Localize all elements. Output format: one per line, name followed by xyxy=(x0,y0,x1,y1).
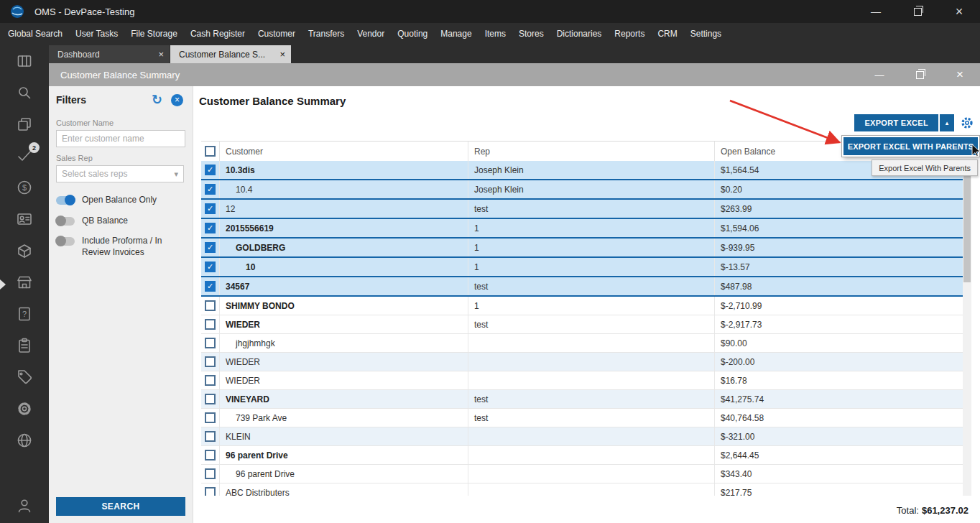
search-icon[interactable] xyxy=(16,84,33,101)
inner-close-button[interactable]: × xyxy=(940,63,980,86)
vertical-scrollbar[interactable] xyxy=(963,161,971,496)
files-icon[interactable] xyxy=(16,116,33,133)
row-checkbox[interactable] xyxy=(205,394,216,404)
globe-icon[interactable] xyxy=(16,432,33,449)
row-checkbox-cell xyxy=(201,315,220,333)
tasks-icon[interactable]: 2 xyxy=(16,147,33,165)
menu-item-vendor[interactable]: Vendor xyxy=(351,23,391,45)
menu-item-cash-register[interactable]: Cash Register xyxy=(184,23,251,45)
scrollbar-thumb[interactable] xyxy=(963,162,971,282)
table-row[interactable]: ✓10.3disJoseph Klein$1,564.54 xyxy=(201,161,963,180)
table-row[interactable]: KLEIN$-321.00 xyxy=(201,427,963,446)
table-row[interactable]: jhgjhmhgk$90.00 xyxy=(201,334,963,353)
table-row[interactable]: 96 parent Drive$2,644.45 xyxy=(201,446,963,465)
contacts-icon[interactable] xyxy=(16,210,33,228)
row-checkbox[interactable]: ✓ xyxy=(205,223,216,233)
window-minimize-button[interactable]: — xyxy=(855,0,897,23)
grid-settings-gear-icon[interactable] xyxy=(960,116,974,130)
table-row[interactable]: WIEDERtest$-2,917.73 xyxy=(201,315,963,334)
table-row[interactable]: ✓34567test$487.98 xyxy=(201,277,963,297)
row-checkbox[interactable] xyxy=(205,431,216,442)
row-checkbox[interactable]: ✓ xyxy=(205,242,216,253)
open-balance-cell: $16.78 xyxy=(715,371,963,389)
row-checkbox[interactable] xyxy=(205,412,216,423)
select-all-checkbox[interactable] xyxy=(205,146,216,157)
table-row[interactable]: ✓GOLDBERG1$-939.95 xyxy=(201,239,963,258)
clipboard-icon[interactable] xyxy=(16,337,33,354)
table-row[interactable]: WIEDER$-200.00 xyxy=(201,353,963,371)
export-excel-with-parents-menu-item[interactable]: EXPORT EXCEL WITH PARENTS xyxy=(842,136,979,157)
menu-item-reports[interactable]: Reports xyxy=(608,23,651,45)
toggle-switch[interactable] xyxy=(56,237,75,246)
toggle-switch[interactable] xyxy=(56,217,75,226)
menu-item-settings[interactable]: Settings xyxy=(684,23,728,45)
table-row[interactable]: SHIMMY BONDO1$-2,710.99 xyxy=(201,297,963,315)
tab-close-icon[interactable]: × xyxy=(279,49,285,60)
menu-item-file-storage[interactable]: File Storage xyxy=(124,23,184,45)
table-row[interactable]: 96 parent Drive$343.40 xyxy=(201,465,963,483)
row-checkbox[interactable]: ✓ xyxy=(205,184,216,195)
tab-close-icon[interactable]: × xyxy=(158,49,164,60)
payments-icon[interactable]: $ xyxy=(16,179,33,196)
sales-rep-select[interactable]: Select sales reps ▾ xyxy=(56,165,184,182)
menu-item-items[interactable]: Items xyxy=(479,23,512,45)
table-row[interactable]: ✓101$-13.57 xyxy=(201,258,963,277)
row-checkbox[interactable]: ✓ xyxy=(205,165,216,175)
help-clipboard-icon[interactable]: ? xyxy=(16,305,33,323)
row-checkbox[interactable]: ✓ xyxy=(205,203,216,214)
window-close-button[interactable]: × xyxy=(938,0,980,23)
menu-item-customer[interactable]: Customer xyxy=(251,23,302,45)
filter-toggle-open-balance-only[interactable]: Open Balance Only xyxy=(56,195,185,206)
menu-item-manage[interactable]: Manage xyxy=(434,23,478,45)
column-header-customer[interactable]: Customer xyxy=(220,142,468,161)
menu-item-global-search[interactable]: Global Search xyxy=(1,23,69,45)
refresh-filters-icon[interactable]: ↻ xyxy=(152,93,162,106)
table-row[interactable]: ✓10.4Joseph Klein$0.20 xyxy=(201,180,963,200)
sidebar-expand-handle[interactable] xyxy=(0,279,6,290)
tag-icon[interactable] xyxy=(16,369,33,386)
export-excel-button[interactable]: EXPORT EXCEL xyxy=(854,114,938,131)
filter-toggle-qb-balance[interactable]: QB Balance xyxy=(56,216,185,227)
table-row[interactable]: ✓12test$263.99 xyxy=(201,200,963,219)
row-checkbox[interactable] xyxy=(205,300,216,311)
menu-item-user-tasks[interactable]: User Tasks xyxy=(69,23,124,45)
tab-customer-balance-s[interactable]: Customer Balance S...× xyxy=(170,45,291,63)
table-row[interactable]: WIEDER$16.78 xyxy=(201,371,963,390)
settings-gear-icon[interactable] xyxy=(16,400,33,417)
row-checkbox[interactable] xyxy=(205,375,216,386)
total-value: $61,237.02 xyxy=(922,505,969,516)
store-icon[interactable] xyxy=(16,274,33,291)
row-checkbox[interactable]: ✓ xyxy=(205,262,216,272)
items-box-icon[interactable] xyxy=(16,242,33,259)
export-dropdown-toggle[interactable]: ▴ xyxy=(940,114,954,131)
inner-restore-button[interactable] xyxy=(900,63,940,86)
clear-filters-icon[interactable]: × xyxy=(171,94,183,106)
table-row[interactable]: ✓20155566191$1,594.06 xyxy=(201,219,963,239)
row-checkbox[interactable]: ✓ xyxy=(205,281,216,292)
row-checkbox[interactable] xyxy=(205,319,216,330)
menu-item-quoting[interactable]: Quoting xyxy=(391,23,434,45)
window-restore-button[interactable] xyxy=(897,0,938,23)
row-checkbox[interactable] xyxy=(205,356,216,367)
customer-name-input[interactable] xyxy=(56,130,185,147)
toggle-switch[interactable] xyxy=(56,196,75,205)
inner-minimize-button[interactable]: — xyxy=(859,63,900,86)
row-checkbox[interactable] xyxy=(205,468,216,479)
row-checkbox[interactable] xyxy=(205,338,216,348)
dashboard-icon[interactable] xyxy=(16,52,33,70)
filter-toggle-include-proforma-in-review-invoices[interactable]: Include Proforma / In Review Invoices xyxy=(56,236,185,258)
menu-item-dictionaries[interactable]: Dictionaries xyxy=(550,23,609,45)
menu-item-transfers[interactable]: Transfers xyxy=(302,23,351,45)
search-button[interactable]: SEARCH xyxy=(56,497,185,516)
table-row[interactable]: VINEYARDtest$41,275.74 xyxy=(201,390,963,409)
row-checkbox[interactable] xyxy=(205,450,216,460)
user-icon[interactable] xyxy=(16,497,33,514)
tab-dashboard[interactable]: Dashboard× xyxy=(49,45,170,63)
row-checkbox[interactable] xyxy=(205,487,216,496)
table-row[interactable]: ABC Distributers$217.75 xyxy=(201,483,963,496)
rep-cell xyxy=(468,446,715,464)
menu-item-stores[interactable]: Stores xyxy=(512,23,550,45)
table-row[interactable]: 739 Park Avetest$40,764.58 xyxy=(201,409,963,427)
column-header-rep[interactable]: Rep xyxy=(468,142,715,161)
menu-item-crm[interactable]: CRM xyxy=(651,23,683,45)
